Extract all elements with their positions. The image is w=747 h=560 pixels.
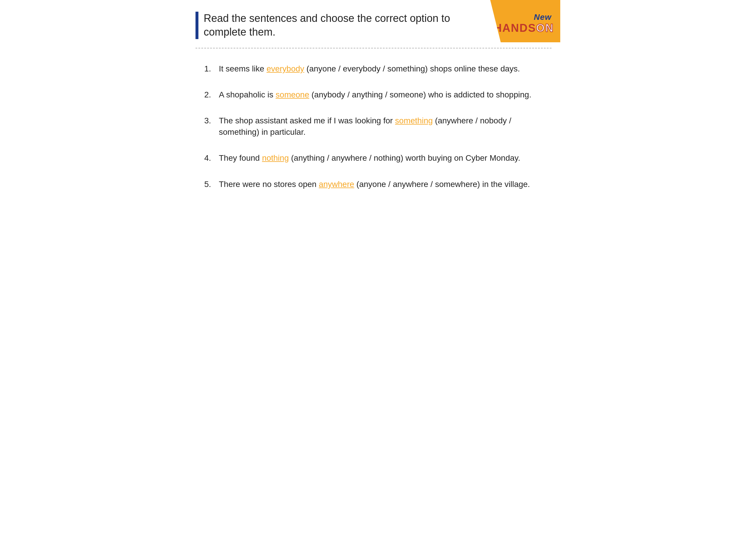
answer-3: something <box>395 116 433 125</box>
list-item: 4. They found nothing (anything / anywhe… <box>204 152 543 164</box>
exercise-number: 1. <box>204 63 219 74</box>
exercise-number: 2. <box>204 89 219 100</box>
page: Read the sentences and choose the correc… <box>187 0 560 216</box>
exercise-number: 5. <box>204 179 219 190</box>
exercise-number: 3. <box>204 115 219 126</box>
page-title: Read the sentences and choose the correc… <box>199 12 450 39</box>
answer-5: anywhere <box>319 180 354 189</box>
section-divider <box>196 48 551 48</box>
logo-on-text: ON <box>536 22 554 34</box>
header: Read the sentences and choose the correc… <box>187 0 560 45</box>
list-item: 3. The shop assistant asked me if I was … <box>204 115 543 138</box>
exercise-text: The shop assistant asked me if I was loo… <box>219 115 543 138</box>
exercise-text: A shopaholic is someone (anybody / anyth… <box>219 89 543 100</box>
answer-1: everybody <box>266 64 304 73</box>
exercise-number: 4. <box>204 152 219 164</box>
list-item: 1. It seems like everybody (anyone / eve… <box>204 63 543 74</box>
exercise-content: 1. It seems like everybody (anyone / eve… <box>187 57 560 216</box>
exercise-list: 1. It seems like everybody (anyone / eve… <box>204 63 543 190</box>
blue-accent-bar <box>196 12 199 39</box>
logo-new-text: New <box>534 12 551 22</box>
header-left: Read the sentences and choose the correc… <box>196 12 450 39</box>
title-line1: Read the sentences and choose the correc… <box>204 12 450 24</box>
title-line2: complete them. <box>204 26 276 38</box>
logo-hands-text: HANDS <box>494 22 536 34</box>
exercise-text: It seems like everybody (anyone / everyb… <box>219 63 543 74</box>
answer-2: someone <box>276 90 309 99</box>
logo: New HANDS ON <box>490 0 560 42</box>
exercise-text: There were no stores open anywhere (anyo… <box>219 179 543 190</box>
list-item: 2. A shopaholic is someone (anybody / an… <box>204 89 543 100</box>
answer-4: nothing <box>262 153 289 162</box>
list-item: 5. There were no stores open anywhere (a… <box>204 179 543 190</box>
logo-hands-on-line: HANDS ON <box>494 22 554 34</box>
exercise-text: They found nothing (anything / anywhere … <box>219 152 543 164</box>
